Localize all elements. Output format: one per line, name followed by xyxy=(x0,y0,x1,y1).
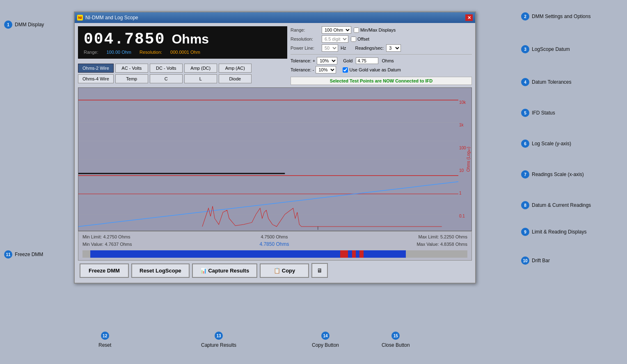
y-label-10: 10 xyxy=(459,168,471,173)
stats-center: 4.7500 Ohms xyxy=(261,234,288,240)
tolerance-minus-select[interactable]: 10% 5% 1% xyxy=(316,66,336,73)
drift-bar-red3 xyxy=(359,250,363,258)
copy-icon: 📋 xyxy=(274,268,280,274)
powerline-label: Power Line: xyxy=(291,46,319,50)
mode-ac-volts[interactable]: AC - Volts xyxy=(115,64,148,73)
mode-buttons: Ohms-2 Wire AC - Volts DC - Volts Amp (D… xyxy=(78,64,287,83)
stats-row-2: Min Value: 4.7637 Ohms 4.7850 Ohms Max V… xyxy=(82,241,467,247)
minmax-checkbox[interactable] xyxy=(354,27,359,33)
annotation-label-7: Readings Scale (x-axis) xyxy=(532,172,584,177)
annotation-15: 15 Close Button xyxy=(382,332,410,348)
top-section: 004.7850 Ohms Range: 100.00 Ohm Resoluti… xyxy=(78,26,472,85)
annotation-9: 9 Limit & Reading Displays xyxy=(521,228,586,236)
mode-dc-volts[interactable]: DC - Volts xyxy=(150,64,183,73)
dmm-value: 004.7850 xyxy=(84,30,165,48)
stats-current: 4.7850 Ohms xyxy=(259,241,289,247)
use-gold-checkbox-label: Use Gold value as Datum xyxy=(343,67,400,73)
gold-label: Gold xyxy=(343,58,352,63)
extra-button[interactable]: 🖥 xyxy=(311,263,328,278)
gold-unit: Ohms xyxy=(382,58,394,63)
app-icon: NI xyxy=(77,15,83,21)
use-gold-checkbox[interactable] xyxy=(343,67,348,73)
annotation-label-14: Copy Button xyxy=(312,342,339,348)
annotation-label-5: IFD Status xyxy=(532,110,555,116)
readings-select[interactable]: 3 5 10 xyxy=(386,44,401,52)
annotation-6: 6 Log Scale (y-axis) xyxy=(521,140,571,148)
mode-ohms-4wire[interactable]: Ohms-4 Wire xyxy=(78,74,114,83)
minmax-label: Min/Max Displays xyxy=(360,27,396,32)
stats-min-limit: Min Limit: 4.2750 Ohms xyxy=(82,234,130,240)
tolerance-plus-label: Tolerance: + xyxy=(291,58,315,63)
mode-ohms-2wire[interactable]: Ohms-2 Wire xyxy=(78,64,114,73)
y-label-10k: 10k xyxy=(459,100,471,105)
min-val-label: Min Value: xyxy=(82,242,103,247)
annotation-2: 2 DMM Settings and Options xyxy=(521,12,590,21)
settings-resolution-row: Resolution: 6.5 digit 5.5 digit Offset xyxy=(291,35,472,43)
annotation-circle-5: 5 xyxy=(521,109,529,117)
annotation-label-8: Datum & Current Readings xyxy=(532,202,591,208)
annotation-label-3: LogScope Datum xyxy=(532,46,570,52)
max-val-val: 4.8358 Ohms xyxy=(440,242,467,247)
extra-icon: 🖥 xyxy=(317,267,323,274)
min-val-val: 4.7637 Ohms xyxy=(105,242,132,247)
max-val-label: Max Value: xyxy=(416,242,439,247)
mode-diode[interactable]: Diode xyxy=(219,74,252,83)
stats-max-val: Max Value: 4.8358 Ohms xyxy=(416,241,467,247)
tolerance-minus-row: Tolerance: - 10% 5% 1% Use Gold value as… xyxy=(291,66,472,73)
annotation-label-4: Datum Tolerances xyxy=(532,79,572,85)
offset-checkbox[interactable] xyxy=(351,37,356,42)
capture-results-button[interactable]: 📊 Capture Results xyxy=(192,263,257,278)
window-close-button[interactable]: ✕ xyxy=(465,14,473,21)
stats-area: Min Limit: 4.2750 Ohms 4.7500 Ohms Max L… xyxy=(78,231,472,261)
use-gold-label: Use Gold value as Datum xyxy=(349,67,400,72)
gold-input[interactable] xyxy=(356,57,378,64)
mode-temp[interactable]: Temp xyxy=(115,74,148,83)
tolerance-plus-select[interactable]: 10% 5% 1% xyxy=(317,57,337,64)
capture-icon: 📊 xyxy=(200,268,207,274)
bottom-buttons: Freeze DMM Reset LogScope 📊 Capture Resu… xyxy=(78,261,472,279)
annotation-circle-15: 15 xyxy=(391,332,400,340)
copy-button[interactable]: 📋 Copy xyxy=(260,263,309,278)
annotation-circle-3: 3 xyxy=(521,45,529,53)
title-bar-left: NI NI-DMM and Log Scope xyxy=(77,15,138,21)
annotation-12: 12 Reset xyxy=(98,332,111,348)
annotation-circle-1: 1 xyxy=(4,21,12,29)
reset-logscope-button[interactable]: Reset LogScope xyxy=(131,263,190,278)
settings-range-row: Range: 100 Ohm 1k Ohm 10k Ohm Min/Max Di… xyxy=(291,26,472,34)
annotation-label-2: DMM Settings and Options xyxy=(532,14,590,19)
minmax-checkbox-label: Min/Max Displays xyxy=(354,27,396,33)
annotation-4: 4 Datum Tolerances xyxy=(521,78,572,86)
stats-min-val: Min Value: 4.7637 Ohms xyxy=(82,241,132,247)
settings-panel: Range: 100 Ohm 1k Ohm 10k Ohm Min/Max Di… xyxy=(291,26,472,85)
annotation-7: 7 Readings Scale (x-axis) xyxy=(521,170,584,179)
range-select[interactable]: 100 Ohm 1k Ohm 10k Ohm xyxy=(322,26,351,34)
annotation-circle-2: 2 xyxy=(521,12,529,21)
annotation-3: 3 LogScope Datum xyxy=(521,45,570,53)
min-limit-val: 4.2750 Ohms xyxy=(103,234,130,239)
dmm-unit: Ohms xyxy=(172,32,209,47)
stats-row-1: Min Limit: 4.2750 Ohms 4.7500 Ohms Max L… xyxy=(82,234,467,240)
dmm-left-panel: 004.7850 Ohms Range: 100.00 Ohm Resoluti… xyxy=(78,26,287,85)
main-window: NI NI-DMM and Log Scope ✕ 004.7850 Ohms … xyxy=(74,11,476,284)
drift-bar-blue xyxy=(90,250,406,258)
current-val: 4.7850 Ohms xyxy=(259,241,289,247)
stats-max-limit: Max Limit: 5.2250 Ohms xyxy=(418,234,467,240)
mode-amp-ac[interactable]: Amp (AC) xyxy=(219,64,252,73)
annotation-circle-8: 8 xyxy=(521,201,529,209)
annotation-circle-11: 11 xyxy=(4,250,12,259)
drift-bar-red2 xyxy=(352,250,356,258)
graph-svg xyxy=(78,88,458,231)
mode-row-2: Ohms-4 Wire Temp C L Diode xyxy=(78,74,287,83)
mode-l[interactable]: L xyxy=(184,74,217,83)
resolution-select[interactable]: 6.5 digit 5.5 digit xyxy=(322,35,348,43)
dmm-range-val: 100.00 Ohm xyxy=(106,50,131,55)
annotation-circle-12: 12 xyxy=(101,332,109,340)
annotation-label-11: Freeze DMM xyxy=(15,252,43,257)
annotation-label-15: Close Button xyxy=(382,342,410,348)
mode-amp-dc[interactable]: Amp (DC) xyxy=(184,64,217,73)
annotation-circle-14: 14 xyxy=(321,332,330,340)
title-bar: NI NI-DMM and Log Scope ✕ xyxy=(75,12,475,23)
powerline-select[interactable]: 50 60 xyxy=(322,44,338,52)
freeze-dmm-button[interactable]: Freeze DMM xyxy=(80,263,129,278)
mode-c[interactable]: C xyxy=(150,74,183,83)
